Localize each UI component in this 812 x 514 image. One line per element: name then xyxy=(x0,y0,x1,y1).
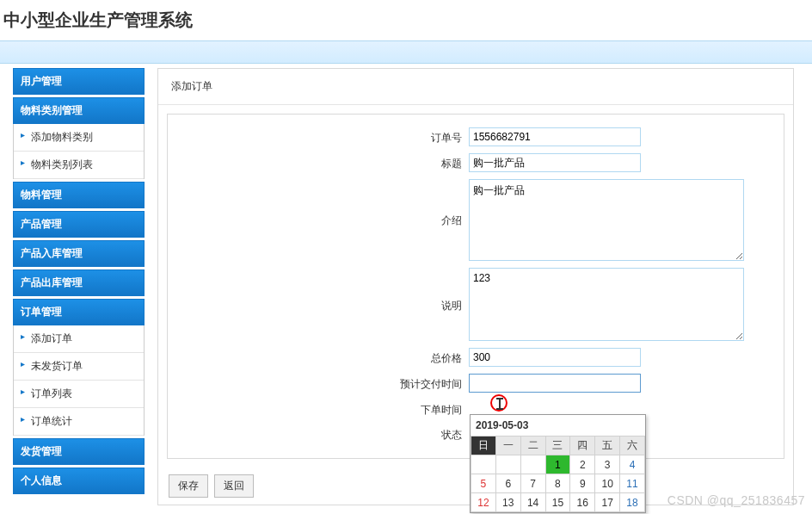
content-header: 添加订单 xyxy=(158,69,793,105)
input-price[interactable] xyxy=(469,348,641,367)
datepicker-day[interactable]: 11 xyxy=(620,474,645,493)
datepicker-day[interactable] xyxy=(520,455,545,474)
datepicker-popup[interactable]: 2019-05-03 日 一 二 三 四 五 六 123456789101112… xyxy=(470,414,646,513)
nav-group-materials[interactable]: 物料管理 xyxy=(13,182,145,208)
datepicker-calendar: 日 一 二 三 四 五 六 12345678910111213141516171… xyxy=(471,436,645,512)
datepicker-day[interactable]: 15 xyxy=(545,493,570,512)
weekday-sun: 日 xyxy=(471,437,496,455)
weekday-wed: 三 xyxy=(545,437,570,455)
nav-item-material-category-list[interactable]: 物料类别列表 xyxy=(14,152,144,179)
nav-group-users[interactable]: 用户管理 xyxy=(13,68,145,95)
input-delivery-date[interactable] xyxy=(469,374,641,393)
label-order-time: 下单时间 xyxy=(176,399,469,418)
watermark: CSDN @qq_251836457 xyxy=(667,493,805,507)
datepicker-day[interactable]: 14 xyxy=(520,493,545,512)
input-title[interactable] xyxy=(469,153,641,172)
nav-item-add-order[interactable]: 添加订单 xyxy=(14,325,144,353)
textarea-intro[interactable] xyxy=(469,179,744,261)
datepicker-day[interactable]: 17 xyxy=(595,493,620,512)
nav-item-add-material-category[interactable]: 添加物料类别 xyxy=(14,124,144,152)
datepicker-day[interactable]: 3 xyxy=(595,455,620,474)
datepicker-day[interactable]: 12 xyxy=(471,493,496,512)
nav-group-orders[interactable]: 订单管理 xyxy=(13,299,145,325)
nav-group-product-outbound[interactable]: 产品出库管理 xyxy=(13,269,145,296)
datepicker-day[interactable]: 16 xyxy=(570,493,595,512)
datepicker-day[interactable]: 1 xyxy=(545,455,570,474)
datepicker-day[interactable] xyxy=(471,455,496,474)
nav-item-order-list[interactable]: 订单列表 xyxy=(14,381,144,408)
datepicker-day[interactable]: 6 xyxy=(495,474,520,493)
label-delivery: 预计交付时间 xyxy=(176,374,469,392)
datepicker-day[interactable]: 10 xyxy=(595,474,620,493)
input-order-no[interactable] xyxy=(469,127,641,146)
datepicker-day[interactable]: 7 xyxy=(520,474,545,493)
weekday-tue: 二 xyxy=(520,437,545,455)
datepicker-day[interactable] xyxy=(495,455,520,474)
nav-group-shipping[interactable]: 发货管理 xyxy=(13,438,145,465)
datepicker-day[interactable]: 2 xyxy=(570,455,595,474)
nav-group-profile[interactable]: 个人信息 xyxy=(13,468,145,494)
datepicker-day[interactable]: 5 xyxy=(471,474,496,493)
nav-group-material-category[interactable]: 物料类别管理 xyxy=(13,97,145,124)
weekday-fri: 五 xyxy=(595,437,620,455)
weekday-sat: 六 xyxy=(620,437,645,455)
sidebar: 用户管理 物料类别管理 添加物料类别 物料类别列表 物料管理 产品管理 产品入库… xyxy=(13,68,145,505)
datepicker-day[interactable]: 4 xyxy=(620,455,645,474)
datepicker-day[interactable]: 18 xyxy=(620,493,645,512)
order-form: 订单号 标题 介绍 说明 总价格 xyxy=(167,114,784,459)
app-title: 中小型企业生产管理系统 xyxy=(0,0,812,40)
weekday-mon: 一 xyxy=(495,437,520,455)
back-button[interactable]: 返回 xyxy=(214,474,254,498)
weekday-thu: 四 xyxy=(570,437,595,455)
label-status: 状态 xyxy=(176,424,469,443)
textarea-desc[interactable] xyxy=(469,268,744,341)
label-desc: 说明 xyxy=(176,268,469,313)
nav-item-order-stats[interactable]: 订单统计 xyxy=(14,408,144,436)
top-bar xyxy=(0,40,812,64)
label-title: 标题 xyxy=(176,153,469,171)
nav-group-products[interactable]: 产品管理 xyxy=(13,211,145,238)
nav-group-product-inbound[interactable]: 产品入库管理 xyxy=(13,240,145,267)
nav-item-unshipped-orders[interactable]: 未发货订单 xyxy=(14,353,144,381)
label-price: 总价格 xyxy=(176,348,469,366)
datepicker-header: 2019-05-03 xyxy=(471,415,645,436)
datepicker-day[interactable]: 9 xyxy=(570,474,595,493)
datepicker-day[interactable]: 8 xyxy=(545,474,570,493)
label-intro: 介绍 xyxy=(176,179,469,228)
datepicker-day[interactable]: 13 xyxy=(495,493,520,512)
save-button[interactable]: 保存 xyxy=(169,474,208,498)
label-order-no: 订单号 xyxy=(176,127,469,146)
